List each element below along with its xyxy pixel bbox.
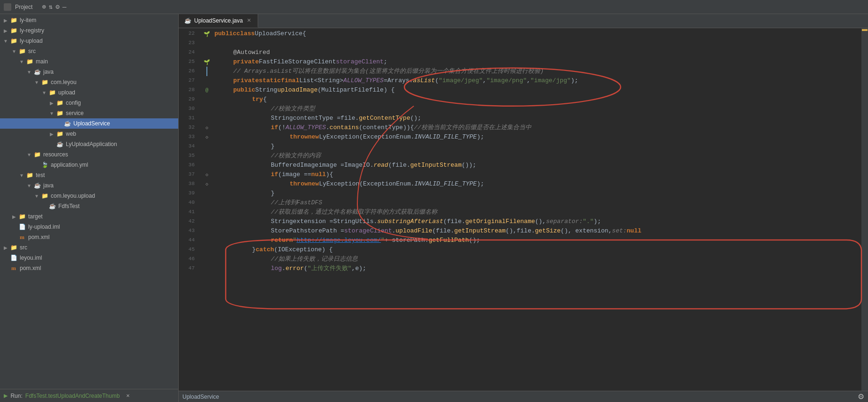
sidebar-item-ly-item[interactable]: ▶ 📁 ly-item — [0, 15, 178, 25]
sidebar-item-service[interactable]: ▼ 📁 service — [0, 108, 178, 118]
str-png: "image/png" — [486, 76, 527, 85]
folder-icon: 📁 — [55, 130, 64, 138]
var-image: image = — [318, 161, 344, 170]
dot: . — [410, 76, 413, 85]
item-label: src — [20, 244, 27, 251]
comma2: , — [527, 76, 530, 85]
gutter-45 — [201, 245, 213, 255]
sidebar-item-com-leyou[interactable]: ▼ 📁 com.leyou — [0, 77, 178, 87]
diamond-icon-32: ◇ — [205, 125, 208, 131]
paren-close36: ()); — [462, 161, 476, 170]
sidebar-item-test-java[interactable]: ▼ ☕ java — [0, 180, 178, 191]
file-ref: file. — [340, 114, 359, 123]
str-jpeg: "image/jpeg" — [439, 76, 483, 85]
str-jpg: "image/jpg" — [530, 76, 571, 85]
sidebar-item-pom-xml[interactable]: 𝐦 pom.xml — [0, 232, 178, 242]
code-content[interactable]: public class UploadService { @Autowired — [213, 28, 861, 391]
ln-39: 39 — [179, 189, 197, 198]
gutter-35 — [201, 151, 213, 161]
title-bar-title: Project — [15, 4, 32, 10]
ln-30: 30 — [179, 104, 197, 114]
sidebar-item-config[interactable]: ▶ 📁 config — [0, 98, 178, 108]
sidebar-item-src[interactable]: ▼ 📁 src — [0, 46, 178, 56]
settings-icon[interactable]: ⚙ — [55, 3, 59, 11]
folder-icon: 📁 — [18, 212, 26, 221]
code-line-46: //如果上传失败，记录日志信息 — [214, 255, 861, 264]
sidebar-item-java[interactable]: ▼ ☕ java — [0, 67, 178, 77]
gutter-31 — [201, 114, 213, 123]
app-icon — [4, 3, 11, 11]
run-icon[interactable]: ▶ — [4, 392, 8, 400]
kw-return: return — [271, 236, 293, 245]
sidebar-item-root-pom[interactable]: 𝐦 pom.xml — [0, 263, 178, 273]
paren-end42: ); — [594, 217, 601, 226]
editor-content: 22 23 24 25 26 27 28 29 30 31 32 33 34 3… — [179, 28, 868, 391]
cls-ioexception: IOException — [278, 245, 318, 255]
sidebar-item-application-yml[interactable]: 🍃 application.yml — [0, 160, 178, 170]
field-invalid38: INVALID_FILE_TYPE — [414, 179, 477, 189]
diamond-icon-33: ◇ — [205, 134, 208, 140]
sidebar-item-web[interactable]: ▶ 📁 web — [0, 129, 178, 139]
sidebar-item-src2[interactable]: ▶ 📁 src — [0, 242, 178, 253]
fn-get-original: getOriginalFilename — [466, 217, 535, 226]
sidebar-item-test[interactable]: ▼ 📁 test — [0, 170, 178, 180]
paren-close42: (), — [535, 217, 546, 226]
tab-label: UploadService.java — [194, 17, 243, 24]
code-line-30: //校验文件类型 — [214, 104, 861, 114]
sidebar-item-ly-upload-app[interactable]: ☕ LyUploadApplication — [0, 139, 178, 149]
code-line-42: String extension = StringUtils . substri… — [214, 217, 861, 226]
folder-icon: 📁 — [9, 26, 18, 35]
minimize-icon[interactable]: — — [63, 3, 66, 11]
item-label: upload — [58, 89, 75, 96]
sidebar-item-com-leyou-upload[interactable]: ▼ 📁 com.leyou.upload — [0, 191, 178, 201]
separator-label: separator: — [546, 217, 583, 226]
editor-scrollbar[interactable] — [861, 28, 868, 391]
add-icon[interactable]: ⊕ — [42, 3, 46, 11]
fn-get-input-stream: getInputStream — [410, 161, 461, 170]
gutter-43 — [201, 226, 213, 236]
cls-string42: String — [271, 217, 293, 226]
sidebar-item-resources[interactable]: ▼ 📁 resources — [0, 149, 178, 160]
expand-arrow: ▼ — [25, 70, 33, 75]
ln-33: 33 — [179, 132, 197, 142]
kw-throw: throw — [290, 132, 308, 142]
kw-if37: if — [271, 170, 278, 179]
sidebar-item-main[interactable]: ▼ 📁 main — [0, 56, 178, 67]
sidebar-item-fdfs-test[interactable]: ☕ FdfsTest — [0, 201, 178, 211]
sidebar-item-target[interactable]: ▶ 📁 target — [0, 211, 178, 222]
code-line-33: throw new LyException ( ExceptionEnum . … — [214, 132, 861, 142]
expand-arrow: ▼ — [40, 90, 48, 95]
field-allow-types2: ALLOW_TYPES — [285, 123, 326, 132]
sidebar-item-ly-registry[interactable]: ▶ 📁 ly-registry — [0, 25, 178, 36]
item-label: main — [36, 58, 48, 65]
fn-error: error — [285, 264, 304, 273]
gutter-25: 🌱 — [201, 57, 213, 67]
field-storage-client: storageClient — [336, 57, 383, 67]
sidebar-item-upload[interactable]: ▼ 📁 upload — [0, 87, 178, 98]
item-label: ly-upload — [20, 38, 43, 44]
close-run-icon[interactable]: ✕ — [126, 392, 130, 399]
expand-arrow: ▼ — [18, 59, 25, 64]
split-icon[interactable]: ⇅ — [49, 3, 53, 11]
gutter-33: ◇ — [201, 132, 213, 142]
code-line-28: public String uploadImage ( MultipartFil… — [214, 85, 861, 95]
kw-try: try — [252, 95, 263, 104]
cls-arrays: Arrays — [387, 76, 410, 85]
tab-close-button[interactable]: ✕ — [245, 17, 252, 24]
item-label: ly-item — [20, 17, 36, 23]
sidebar-tree: ▶ 📁 ly-item ▶ 📁 ly-registry ▼ 📁 ly-uploa… — [0, 14, 178, 389]
sidebar-item-leyou-iml[interactable]: 📄 leyou.iml — [0, 253, 178, 263]
field-allow-types: ALLOW_TYPES — [343, 76, 384, 85]
settings-gear[interactable]: ⚙ — [858, 392, 864, 401]
gutter-30 — [201, 104, 213, 114]
ln-45: 45 — [179, 245, 197, 255]
kw-private: private — [233, 57, 259, 67]
sidebar-item-ly-upload[interactable]: ▼ 📁 ly-upload — [0, 36, 178, 46]
brace45: } — [252, 245, 256, 255]
sidebar-item-upload-service[interactable]: ☕ UploadService — [0, 118, 178, 129]
tab-upload-service[interactable]: ☕ UploadService.java ✕ — [179, 14, 258, 28]
code-line-31: String contentType = file. getContentTyp… — [214, 114, 861, 123]
folder-icon: 📁 — [55, 109, 64, 117]
cls-multipart: MultipartFile — [321, 85, 369, 95]
sidebar-item-ly-upload-iml[interactable]: 📄 ly-upload.iml — [0, 222, 178, 232]
